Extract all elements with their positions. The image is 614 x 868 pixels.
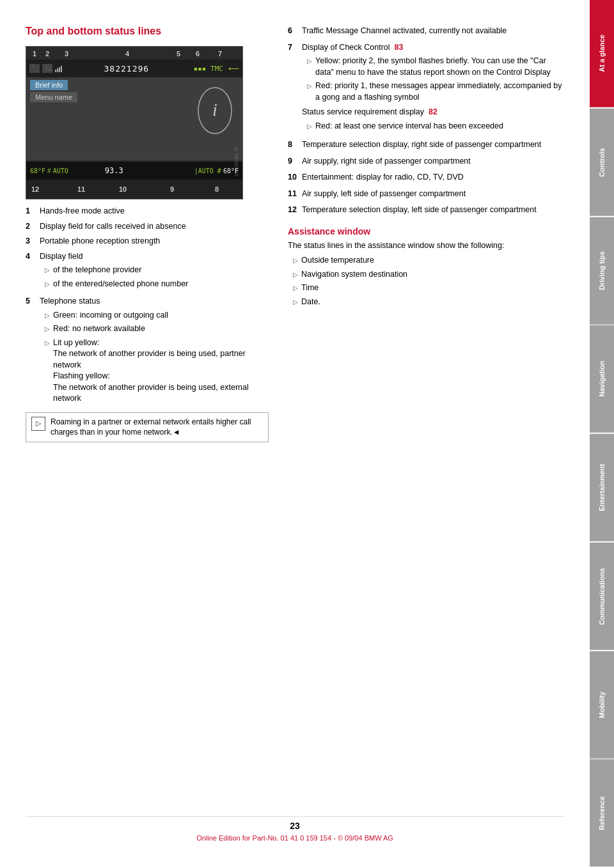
sub-item: ▷ Green: incoming or outgoing call [40, 310, 269, 322]
sub-item-text: Red: no network available [53, 323, 145, 335]
arrow-icon: ▷ [307, 122, 312, 132]
right-item-7: 7 Display of Check Control 83 ▷ Yellow: … [288, 42, 564, 135]
item-content-5: Telephone status ▷ Green: incoming or ou… [40, 296, 269, 407]
handsfree-icon: ⬛ [29, 64, 40, 73]
page-number: 23 [26, 821, 564, 831]
sub-item: ▷ Yellow: priority 2, the symbol flashes… [302, 56, 564, 78]
bmw-i-logo: i [198, 87, 233, 137]
sidebar-tab-entertainment[interactable]: Entertainment [590, 434, 614, 541]
right-item-12: 12 Temperature selection display, left s… [288, 205, 564, 216]
display-num-10: 10 [119, 185, 127, 193]
right-column: 6 Traffic Message Channel activated, cur… [288, 26, 564, 797]
menu-name-display: Menu name [30, 92, 77, 102]
sub-list-4: ▷ of the telephone provider ▷ of the ent… [40, 265, 269, 290]
display-num-1: 1 [33, 50, 36, 58]
display-bottom-bar: 68°F # AUTO 93.3 |AUTO # 68°F [26, 162, 242, 180]
list-item: 2 Display field for calls received in ab… [26, 221, 269, 233]
sub-list-service: ▷ Red: at least one service interval has… [302, 121, 564, 132]
phone-number-display: 38221296 [104, 64, 150, 74]
right-item-9: 9 Air supply, right side of passenger co… [288, 156, 564, 167]
sidebar-tab-navigation[interactable]: Navigation [590, 325, 614, 433]
right-content-6: Traffic Message Channel activated, curre… [302, 26, 564, 37]
item-number-4: 4 [26, 251, 37, 293]
assistance-window-section: Assistance window The status lines in th… [288, 226, 564, 308]
display-middle-area: Brief info Menu name i [26, 77, 242, 160]
sub-item: ▷ Red: at least one service interval has… [302, 121, 564, 132]
assistance-heading: Assistance window [288, 226, 564, 236]
sub-item-text: Red: at least one service interval has b… [315, 121, 503, 132]
list-item: 1 Hands-free mode active [26, 206, 269, 217]
section-heading: Top and bottom status lines [26, 26, 269, 37]
assistance-items-list: ▷ Outside temperature ▷ Navigation syste… [288, 255, 564, 307]
display-num-2: 2 [45, 50, 49, 58]
sidebar-tab-driving-tips[interactable]: Driving tips [590, 217, 614, 325]
assistance-item-text: Navigation system destination [301, 269, 407, 281]
display-num-5: 5 [177, 50, 180, 58]
item-number-5: 5 [26, 296, 37, 407]
display-num-11: 11 [77, 185, 85, 193]
item-content-4: Display field ▷ of the telephone provide… [40, 251, 269, 293]
service-req-link[interactable]: 82 [429, 107, 437, 116]
service-req-block: Status service requirement display 82 ▷ … [302, 107, 564, 132]
item-number-2: 2 [26, 221, 37, 233]
sidebar-tab-reference[interactable]: Reference [590, 759, 614, 867]
sidebar-tab-mobility[interactable]: Mobility [590, 651, 614, 759]
assistance-item-text: Time [301, 283, 319, 294]
sub-item: ▷ Red: no network available [40, 323, 269, 335]
sub-list-7: ▷ Yellow: priority 2, the symbol flashes… [302, 56, 564, 103]
assistance-item: ▷ Navigation system destination [288, 269, 564, 281]
frequency-display: 93.3 [105, 166, 123, 175]
sidebar-tab-communications[interactable]: Communications [590, 543, 614, 650]
arrow-icon: ▷ [45, 339, 50, 405]
hash-icon: # [47, 167, 51, 174]
direction-icon: ⟵ [228, 64, 239, 73]
sub-item-text: Yellow: priority 2, the symbol flashes b… [315, 56, 564, 78]
page-container: Top and bottom status lines 1 2 3 4 5 6 … [0, 0, 614, 868]
right-item-10: 10 Entertainment: display for radio, CD,… [288, 172, 564, 183]
arrow-icon: ▷ [293, 270, 298, 281]
display-watermark: © 03 05/005 [233, 146, 239, 176]
check-control-link[interactable]: 83 [395, 43, 404, 52]
sidebar-tab-controls[interactable]: Controls [590, 109, 614, 216]
sub-item-text: Red: priority 1, these messages appear i… [315, 81, 564, 103]
right-content-12: Temperature selection display, left side… [302, 205, 564, 216]
right-content-9: Air supply, right side of passenger comp… [302, 156, 564, 167]
right-item-8: 8 Temperature selection display, right s… [288, 139, 564, 151]
display-num-3: 3 [65, 50, 68, 58]
arrow-icon: ▷ [45, 311, 50, 322]
item-number-1: 1 [26, 206, 37, 217]
right-num-9: 9 [288, 156, 302, 167]
notice-icon: ▷ [31, 417, 45, 431]
right-num-11: 11 [288, 189, 302, 200]
sub-item: ▷ of the entered/selected phone number [40, 279, 269, 290]
display-bottom-numbers: 12 11 10 9 8 [26, 180, 242, 199]
arrow-icon: ▷ [45, 266, 50, 276]
sub-item: ▷ of the telephone provider [40, 265, 269, 276]
right-num-12: 12 [288, 205, 302, 216]
display-num-4: 4 [125, 50, 129, 58]
list-item: 5 Telephone status ▷ Green: incoming or … [26, 296, 269, 407]
right-content-11: Air supply, left side of passenger compa… [302, 189, 564, 200]
sidebar-tabs: At a glance Controls Driving tips Naviga… [590, 0, 614, 868]
right-content-10: Entertainment: display for radio, CD, TV… [302, 172, 564, 183]
sub-item: ▷ Red: priority 1, these messages appear… [302, 81, 564, 103]
footer-text: Online Edition for Part-No. 01 41 0 159 … [196, 834, 393, 842]
display-mockup: 1 2 3 4 5 6 7 ⬛ 📞 [26, 46, 243, 199]
assistance-intro: The status lines in the assistance windo… [288, 240, 564, 252]
assistance-item: ▷ Outside temperature [288, 255, 564, 267]
display-num-6: 6 [196, 50, 200, 58]
sidebar-tab-at-a-glance[interactable]: At a glance [590, 0, 614, 107]
display-num-7: 7 [218, 50, 222, 58]
sub-item-text: Green: incoming or outgoing call [53, 310, 168, 322]
item-text-5: Telephone status [40, 297, 100, 306]
right-content-7: Display of Check Control 83 ▷ Yellow: pr… [302, 42, 564, 135]
assistance-item-text: Outside temperature [301, 255, 374, 267]
signal-bars-icon [55, 65, 62, 72]
sub-item: ▷ Lit up yellow: The network of another … [40, 337, 269, 405]
left-items-list: 1 Hands-free mode active 2 Display field… [26, 206, 269, 407]
brief-info-display: Brief info [30, 80, 68, 90]
list-item: 4 Display field ▷ of the telephone provi… [26, 251, 269, 293]
display-num-8: 8 [215, 185, 219, 193]
temp-left-display: 68°F [30, 167, 45, 174]
arrow-icon: ▷ [293, 298, 298, 308]
